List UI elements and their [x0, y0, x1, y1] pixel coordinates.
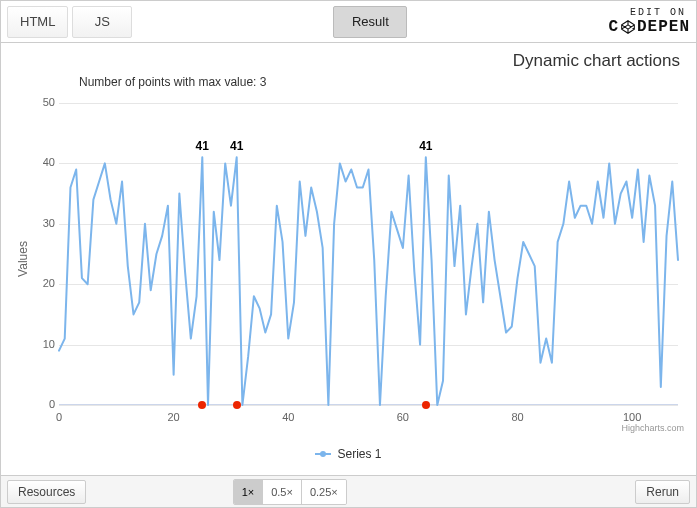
x-tick-label: 60 [393, 411, 413, 423]
x-tick-label: 0 [49, 411, 69, 423]
gridline [59, 405, 678, 406]
bottombar: Resources 1× 0.5× 0.25× Rerun [1, 475, 696, 507]
tab-result[interactable]: Result [333, 6, 407, 38]
legend-swatch-icon [315, 453, 331, 455]
max-value-label: 41 [196, 139, 209, 153]
chart-title: Dynamic chart actions [513, 51, 680, 71]
tab-html[interactable]: HTML [7, 6, 68, 38]
legend[interactable]: Series 1 [1, 447, 696, 461]
zoom-1x-button[interactable]: 1× [234, 480, 264, 504]
x-tick-label: 40 [278, 411, 298, 423]
rerun-button[interactable]: Rerun [635, 480, 690, 504]
zoom-05x-button[interactable]: 0.5× [263, 480, 302, 504]
y-tick-label: 0 [25, 398, 55, 410]
x-tick-label: 100 [622, 411, 642, 423]
series-line [59, 103, 678, 405]
chart-credits[interactable]: Highcharts.com [621, 423, 684, 433]
x-tick-label: 80 [508, 411, 528, 423]
chart-subtitle: Number of points with max value: 3 [79, 75, 266, 89]
plot-area[interactable]: 01020304050 020406080100 414141 [59, 103, 678, 405]
resources-button[interactable]: Resources [7, 480, 86, 504]
cube-icon [621, 20, 635, 34]
y-tick-label: 30 [25, 217, 55, 229]
y-tick-label: 40 [25, 156, 55, 168]
x-tick-label: 20 [164, 411, 184, 423]
legend-label: Series 1 [337, 447, 381, 461]
zoom-025x-button[interactable]: 0.25× [302, 480, 346, 504]
max-value-label: 41 [419, 139, 432, 153]
highlight-dot-icon [198, 401, 206, 409]
y-tick-label: 50 [25, 96, 55, 108]
codepen-logo: C DEPEN [608, 18, 690, 36]
chart-container: Dynamic chart actions Number of points w… [1, 43, 696, 475]
topbar: HTML JS Result EDIT ON C DEPEN [1, 1, 696, 43]
highlight-dot-icon [233, 401, 241, 409]
edit-on-codepen-link[interactable]: EDIT ON C DEPEN [608, 8, 690, 36]
y-tick-label: 20 [25, 277, 55, 289]
tab-js[interactable]: JS [72, 6, 132, 38]
zoom-group: 1× 0.5× 0.25× [233, 479, 347, 505]
y-tick-label: 10 [25, 338, 55, 350]
edit-on-label: EDIT ON [608, 8, 690, 18]
y-axis-title: Values [16, 241, 30, 277]
highlight-dot-icon [422, 401, 430, 409]
max-value-label: 41 [230, 139, 243, 153]
